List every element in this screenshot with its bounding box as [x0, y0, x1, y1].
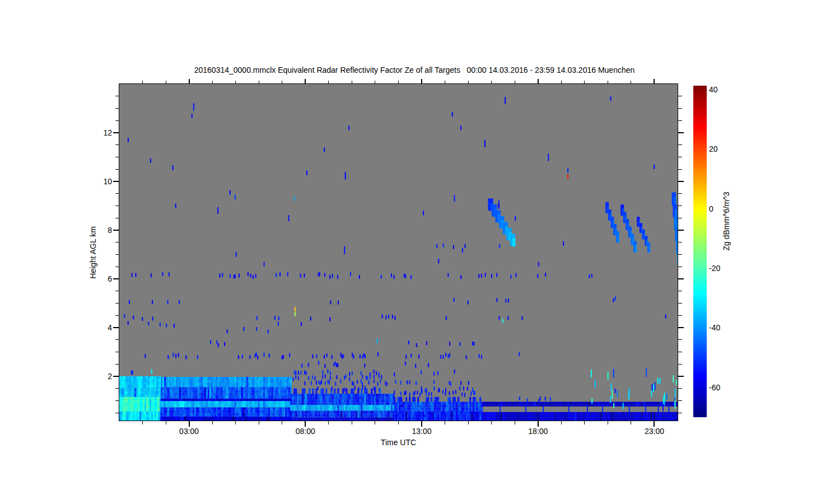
y-tick [115, 339, 119, 340]
y-tick-label: 8 [87, 226, 112, 235]
x-tick [421, 421, 422, 427]
x-tick [538, 79, 539, 83]
y-tick-label: 12 [87, 128, 112, 137]
y-tick [115, 364, 119, 365]
y-tick [115, 291, 119, 291]
y-tick [678, 388, 682, 389]
y-tick [678, 413, 682, 413]
x-tick [259, 421, 259, 424]
x-tick [166, 81, 166, 83]
colorbar-tick-label: -60 [709, 383, 720, 392]
y-tick [115, 218, 119, 218]
x-tick-label: 03:00 [172, 427, 206, 436]
y-tick [113, 181, 119, 182]
colorbar-tick-label: 20 [709, 144, 718, 153]
y-tick [678, 376, 684, 377]
y-tick [115, 193, 119, 194]
y-tick [113, 132, 119, 133]
x-tick-label: 08:00 [288, 427, 322, 436]
radar-reflectivity-figure: 20160314_0000.mmclx Equivalent Radar Ref… [0, 0, 840, 504]
x-tick [515, 81, 515, 83]
colorbar [693, 86, 707, 417]
x-tick [421, 79, 422, 83]
y-tick [678, 254, 682, 255]
y-tick [115, 254, 119, 255]
y-tick [113, 376, 119, 377]
y-tick [678, 181, 684, 182]
x-tick [468, 421, 469, 424]
y-tick [115, 96, 119, 96]
y-tick [115, 120, 119, 121]
x-tick [235, 81, 236, 83]
y-tick [113, 327, 119, 328]
x-tick [445, 421, 445, 424]
x-tick [189, 79, 190, 83]
y-tick [678, 278, 684, 279]
x-tick [282, 81, 282, 83]
x-tick [212, 81, 213, 83]
x-tick [631, 421, 631, 424]
x-tick [398, 421, 399, 424]
y-tick [113, 230, 119, 231]
y-tick [678, 169, 682, 170]
y-tick [678, 315, 682, 316]
x-tick [584, 81, 585, 83]
y-tick [115, 400, 119, 401]
x-tick-label: 23:00 [637, 427, 671, 436]
x-axis-label: Time UTC [119, 438, 678, 447]
x-tick [631, 81, 631, 83]
x-tick [468, 81, 469, 83]
y-tick [678, 230, 684, 231]
y-tick [115, 315, 119, 316]
x-tick [375, 421, 375, 424]
y-tick [678, 339, 682, 340]
y-tick [678, 157, 682, 157]
x-tick-label: 18:00 [521, 427, 555, 436]
x-tick [305, 421, 306, 427]
x-tick [212, 421, 213, 424]
y-tick [678, 291, 682, 291]
y-tick [115, 267, 119, 267]
y-tick [678, 96, 682, 96]
y-tick [115, 169, 119, 170]
y-tick [113, 278, 119, 279]
figure-title: 20160314_0000.mmclx Equivalent Radar Ref… [134, 66, 694, 74]
colorbar-tick-label: 40 [709, 85, 718, 94]
y-tick [115, 157, 119, 157]
heatmap-plot [119, 84, 678, 421]
x-tick [235, 421, 236, 424]
y-tick [115, 303, 119, 304]
x-tick [491, 421, 492, 424]
y-tick [678, 218, 682, 218]
y-tick-label: 2 [87, 372, 112, 381]
y-tick [678, 193, 682, 194]
x-tick [375, 81, 375, 83]
x-tick [561, 81, 562, 83]
x-tick [538, 421, 539, 427]
y-tick-label: 4 [87, 323, 112, 332]
y-tick [678, 120, 682, 121]
y-tick [115, 144, 119, 145]
colorbar-tick-label: -20 [709, 264, 720, 273]
y-tick [678, 132, 684, 133]
colorbar-label: Zg dBmm^6/m^3 [722, 192, 731, 251]
x-tick [259, 81, 259, 83]
y-tick [115, 242, 119, 242]
y-tick-label: 6 [87, 274, 112, 283]
x-tick [189, 421, 190, 427]
x-tick [608, 81, 608, 83]
y-tick [678, 242, 682, 242]
y-tick [678, 303, 682, 304]
y-tick [115, 388, 119, 389]
x-tick [561, 421, 562, 424]
y-tick [678, 267, 682, 267]
colorbar-tick-label: -40 [709, 323, 720, 332]
x-tick [166, 421, 166, 424]
x-tick [328, 421, 329, 424]
x-tick [654, 421, 655, 427]
y-tick [678, 400, 682, 401]
x-tick [398, 81, 399, 83]
x-tick [328, 81, 329, 83]
x-tick [608, 421, 608, 424]
x-tick [584, 421, 585, 424]
